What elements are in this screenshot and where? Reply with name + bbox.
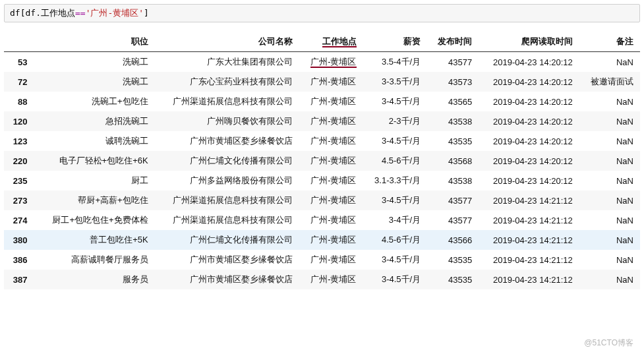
col-header: 工作地点	[299, 32, 363, 52]
cell: 广州市黄埔区婺乡缘餐饮店	[155, 131, 299, 151]
row-index: 53	[4, 52, 37, 73]
row-index: 273	[4, 190, 37, 210]
row-index: 235	[4, 171, 37, 190]
table-row[interactable]: 235厨工广州多益网络股份有限公司广州-黄埔区3.1-3.3千/月4353820…	[4, 171, 640, 190]
cell: 3-3.5千/月	[363, 72, 428, 92]
cell: 43577	[427, 210, 479, 230]
table-row[interactable]: 220电子厂轻松+包吃住+6K广州仁埔文化传播有限公司广州-黄埔区4.5-6千/…	[4, 151, 640, 171]
cell: NaN	[579, 210, 640, 230]
cell: 2019-04-23 14:21:12	[479, 230, 579, 250]
cell: 广州市黄埔区婺乡缘餐饮店	[155, 250, 299, 270]
col-header: 爬网读取时间	[479, 32, 579, 52]
cell: 2019-04-23 14:21:12	[479, 210, 579, 230]
cell: 广州-黄埔区	[299, 230, 363, 250]
cell: 2019-04-23 14:20:12	[479, 92, 579, 111]
cell: 普工包吃住+5K	[37, 230, 155, 250]
cell: 广州-黄埔区	[299, 151, 363, 171]
code-input-cell[interactable]: df[df.工作地点=='广州-黄埔区']	[4, 4, 640, 22]
cell: 广州-黄埔区	[299, 52, 363, 73]
cell: 43538	[427, 171, 479, 190]
cell: 广州-黄埔区	[299, 250, 363, 270]
col-header: 公司名称	[155, 32, 299, 52]
table-row[interactable]: 88洗碗工+包吃住广州渠道拓展信息科技有限公司广州-黄埔区3-4.5千/月435…	[4, 92, 640, 111]
row-index: 120	[4, 111, 37, 131]
row-index: 387	[4, 270, 37, 289]
table-row[interactable]: 53洗碗工广东大壮集团有限公司广州-黄埔区3.5-4千/月435772019-0…	[4, 52, 640, 73]
cell: 高薪诚聘餐厅服务员	[37, 250, 155, 270]
cell: NaN	[579, 190, 640, 210]
code-text-suffix: ]	[144, 8, 149, 18]
cell: 2019-04-23 14:20:12	[479, 131, 579, 151]
cell: 广州-黄埔区	[299, 72, 363, 92]
cell: NaN	[579, 111, 640, 131]
col-header: 职位	[37, 32, 155, 52]
cell: 2019-04-23 14:20:12	[479, 171, 579, 190]
cell: 43573	[427, 72, 479, 92]
cell: NaN	[579, 171, 640, 190]
cell: 43535	[427, 250, 479, 270]
cell: NaN	[579, 230, 640, 250]
cell: NaN	[579, 250, 640, 270]
table-row[interactable]: 72洗碗工广东心宝药业科技有限公司广州-黄埔区3-3.5千/月435732019…	[4, 72, 640, 92]
cell: 43535	[427, 131, 479, 151]
index-header	[4, 32, 37, 52]
table-row[interactable]: 273帮厨+高薪+包吃住广州渠道拓展信息科技有限公司广州-黄埔区3-4.5千/月…	[4, 190, 640, 210]
cell: 电子厂轻松+包吃住+6K	[37, 151, 155, 171]
cell: 广州渠道拓展信息科技有限公司	[155, 210, 299, 230]
cell: NaN	[579, 270, 640, 289]
col-header: 薪资	[363, 32, 428, 52]
col-header: 发布时间	[427, 32, 479, 52]
table-row[interactable]: 123诚聘洗碗工广州市黄埔区婺乡缘餐饮店广州-黄埔区3-4.5千/月435352…	[4, 131, 640, 151]
table-row[interactable]: 387服务员广州市黄埔区婺乡缘餐饮店广州-黄埔区3-4.5千/月43535201…	[4, 270, 640, 289]
cell: 43566	[427, 230, 479, 250]
cell: 2019-04-23 14:20:12	[479, 72, 579, 92]
row-index: 380	[4, 230, 37, 250]
table-row[interactable]: 120急招洗碗工广州嗨贝餐饮有限公司广州-黄埔区2-3千/月435382019-…	[4, 111, 640, 131]
cell: 广州-黄埔区	[299, 171, 363, 190]
cell: 帮厨+高薪+包吃住	[37, 190, 155, 210]
code-string-literal: '广州-黄埔区'	[86, 8, 144, 18]
cell: 厨工	[37, 171, 155, 190]
cell: 43577	[427, 190, 479, 210]
cell: 2019-04-23 14:21:12	[479, 270, 579, 289]
cell: 广州-黄埔区	[299, 210, 363, 230]
cell: 诚聘洗碗工	[37, 131, 155, 151]
cell: 厨工+包吃包住+免费体检	[37, 210, 155, 230]
cell: NaN	[579, 151, 640, 171]
row-index: 386	[4, 250, 37, 270]
cell: 2019-04-23 14:20:12	[479, 111, 579, 131]
table-row[interactable]: 386高薪诚聘餐厅服务员广州市黄埔区婺乡缘餐饮店广州-黄埔区3-4.5千/月43…	[4, 250, 640, 270]
cell: 3-4.5千/月	[363, 190, 428, 210]
col-header: 备注	[579, 32, 640, 52]
table-row[interactable]: 380普工包吃住+5K广州仁埔文化传播有限公司广州-黄埔区4.5-6千/月435…	[4, 230, 640, 250]
cell: 广州-黄埔区	[299, 111, 363, 131]
cell: 广州仁埔文化传播有限公司	[155, 230, 299, 250]
cell: 43577	[427, 52, 479, 73]
table-body: 53洗碗工广东大壮集团有限公司广州-黄埔区3.5-4千/月435772019-0…	[4, 52, 640, 290]
cell: 洗碗工+包吃住	[37, 92, 155, 111]
cell: 急招洗碗工	[37, 111, 155, 131]
cell: 4.5-6千/月	[363, 230, 428, 250]
cell: 3-4.5千/月	[363, 250, 428, 270]
cell: 广州-黄埔区	[299, 190, 363, 210]
table-header: 职位公司名称工作地点薪资发布时间爬网读取时间备注	[4, 32, 640, 52]
cell: 3-4.5千/月	[363, 92, 428, 111]
cell: 广东大壮集团有限公司	[155, 52, 299, 73]
cell: 洗碗工	[37, 52, 155, 73]
cell: 2019-04-23 14:20:12	[479, 52, 579, 73]
cell: 广州-黄埔区	[299, 92, 363, 111]
code-text-prefix: df[df.工作地点	[10, 8, 75, 18]
cell: 广州-黄埔区	[299, 131, 363, 151]
row-index: 72	[4, 72, 37, 92]
cell: 2019-04-23 14:20:12	[479, 151, 579, 171]
cell: 广州渠道拓展信息科技有限公司	[155, 190, 299, 210]
cell: 被邀请面试	[579, 72, 640, 92]
cell: 广州多益网络股份有限公司	[155, 171, 299, 190]
cell: 43538	[427, 111, 479, 131]
table-row[interactable]: 274厨工+包吃包住+免费体检广州渠道拓展信息科技有限公司广州-黄埔区3-4千/…	[4, 210, 640, 230]
cell: 广州仁埔文化传播有限公司	[155, 151, 299, 171]
cell: 3.5-4千/月	[363, 52, 428, 73]
cell: 2-3千/月	[363, 111, 428, 131]
row-index: 274	[4, 210, 37, 230]
cell: 洗碗工	[37, 72, 155, 92]
